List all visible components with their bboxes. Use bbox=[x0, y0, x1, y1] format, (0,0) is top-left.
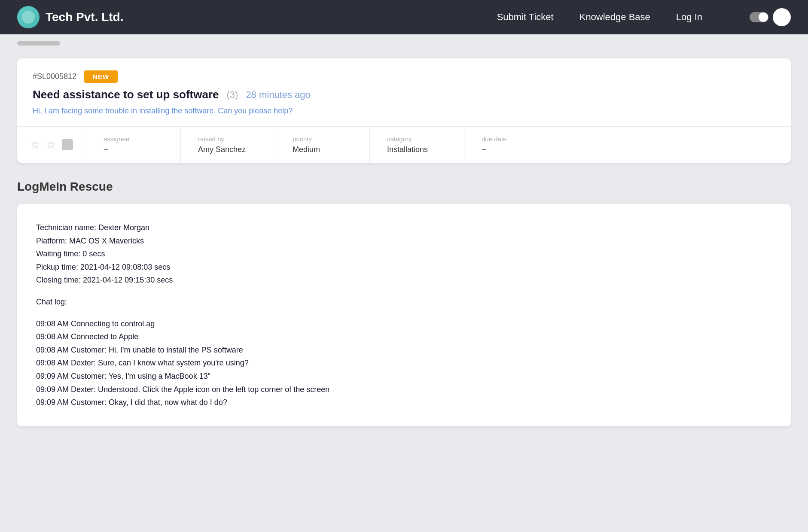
ticket-comment-count: (3) bbox=[226, 89, 238, 100]
assignee-value: ~ bbox=[104, 145, 163, 154]
log-line: 09:09 AM Dexter: Understood. Click the A… bbox=[36, 383, 772, 396]
meta-category: category Installations bbox=[370, 127, 464, 163]
log-line: Platform: MAC OS X Mavericks bbox=[36, 234, 772, 248]
star-icon-2[interactable]: ☆ bbox=[46, 138, 56, 152]
ticket-meta-row: ☆ ☆ assignee ~ raised by Amy Sanchez pri… bbox=[17, 126, 791, 163]
brand-name: Tech Pvt. Ltd. bbox=[46, 10, 124, 24]
theme-toggle-area bbox=[750, 8, 791, 26]
priority-value: Medium bbox=[293, 145, 352, 154]
due-date-value: ~ bbox=[482, 145, 542, 154]
log-line: Closing time: 2021-04-12 09:15:30 secs bbox=[36, 274, 772, 287]
brand-logo bbox=[17, 6, 40, 28]
log-lines-container: Technician name: Dexter MorganPlatform: … bbox=[36, 221, 772, 409]
ticket-id: #SL0005812 bbox=[33, 72, 76, 81]
ticket-header: #SL0005812 NEW Need assistance to set up… bbox=[17, 58, 791, 126]
log-line: 09:08 AM Connected to Apple bbox=[36, 330, 772, 344]
ticket-preview: Hi, I am facing some trouble in installi… bbox=[33, 106, 775, 116]
meta-assignee: assignee ~ bbox=[86, 127, 181, 163]
assignee-label: assignee bbox=[104, 135, 163, 143]
due-date-label: due date bbox=[482, 135, 542, 143]
ticket-id-row: #SL0005812 NEW bbox=[33, 70, 775, 83]
scrollbar-area bbox=[0, 34, 808, 46]
theme-toggle[interactable] bbox=[750, 12, 768, 22]
ticket-status-badge: NEW bbox=[84, 70, 118, 83]
user-avatar[interactable] bbox=[773, 8, 791, 26]
log-line: 09:08 AM Connecting to control.ag bbox=[36, 317, 772, 331]
category-label: category bbox=[387, 135, 447, 143]
log-line: Waiting time: 0 secs bbox=[36, 247, 772, 261]
ticket-time-ago: 28 minutes ago bbox=[246, 89, 310, 100]
login-link[interactable]: Log In bbox=[676, 12, 702, 23]
ticket-card: #SL0005812 NEW Need assistance to set up… bbox=[17, 58, 791, 163]
star-icon-1[interactable]: ☆ bbox=[30, 138, 40, 152]
square-icon[interactable] bbox=[62, 139, 73, 150]
section-title: LogMeIn Rescue bbox=[17, 180, 791, 194]
log-card: Technician name: Dexter MorganPlatform: … bbox=[17, 204, 791, 426]
log-spacer bbox=[36, 287, 772, 295]
log-spacer bbox=[36, 309, 772, 317]
brand-logo-inner bbox=[22, 11, 35, 24]
knowledge-base-link[interactable]: Knowledge Base bbox=[579, 12, 650, 23]
log-line: Chat log: bbox=[36, 295, 772, 309]
log-line: 09:09 AM Customer: Yes, I'm using a MacB… bbox=[36, 370, 772, 383]
meta-priority: priority Medium bbox=[275, 127, 370, 163]
toggle-knob bbox=[759, 12, 768, 22]
navbar: Tech Pvt. Ltd. Submit Ticket Knowledge B… bbox=[0, 0, 808, 34]
raised-by-value: Amy Sanchez bbox=[198, 145, 258, 154]
log-line: 09:08 AM Dexter: Sure, can I know what s… bbox=[36, 356, 772, 370]
log-line: Pickup time: 2021-04-12 09:08:03 secs bbox=[36, 261, 772, 274]
navbar-links: Submit Ticket Knowledge Base Log In bbox=[497, 8, 791, 26]
ticket-title: Need assistance to set up software bbox=[33, 88, 219, 101]
meta-icons: ☆ ☆ bbox=[17, 127, 86, 163]
category-value: Installations bbox=[387, 145, 447, 154]
log-line: 09:09 AM Customer: Okay, I did that, now… bbox=[36, 396, 772, 409]
ticket-title-row: Need assistance to set up software (3) 2… bbox=[33, 88, 775, 101]
meta-raised-by: raised by Amy Sanchez bbox=[181, 127, 275, 163]
submit-ticket-link[interactable]: Submit Ticket bbox=[497, 12, 554, 23]
meta-due-date: due date ~ bbox=[464, 127, 559, 163]
priority-label: priority bbox=[293, 135, 352, 143]
raised-by-label: raised by bbox=[198, 135, 258, 143]
brand-area: Tech Pvt. Ltd. bbox=[17, 6, 124, 28]
page-content: #SL0005812 NEW Need assistance to set up… bbox=[0, 46, 808, 439]
scrollbar-track[interactable] bbox=[17, 41, 60, 46]
log-line: 09:08 AM Customer: Hi, I'm unable to ins… bbox=[36, 344, 772, 357]
log-line: Technician name: Dexter Morgan bbox=[36, 221, 772, 234]
